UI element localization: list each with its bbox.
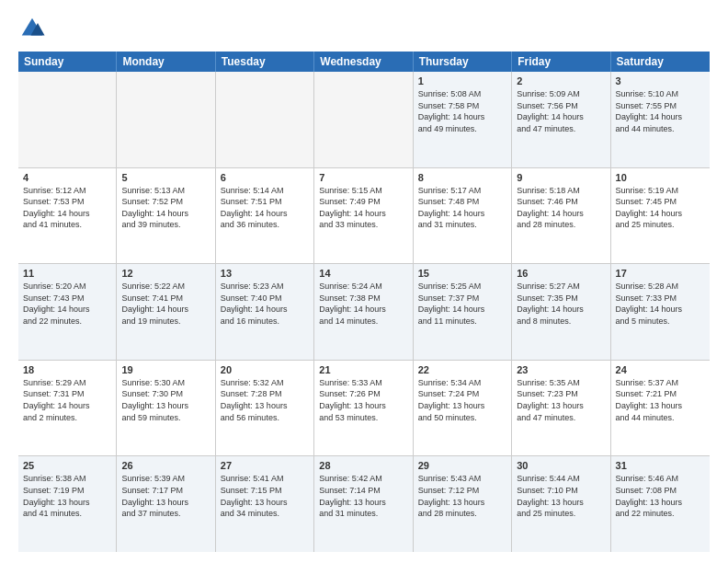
cal-cell xyxy=(117,72,215,167)
cell-info: Daylight: 13 hours xyxy=(418,400,506,412)
cell-info: Sunrise: 5:34 AM xyxy=(418,377,506,389)
day-number: 26 xyxy=(121,460,210,471)
day-number: 7 xyxy=(319,172,407,183)
page: SundayMondayTuesdayWednesdayThursdayFrid… xyxy=(0,0,728,563)
cell-info: and 28 minutes. xyxy=(517,219,605,231)
cell-info: Daylight: 13 hours xyxy=(121,400,210,412)
day-number: 30 xyxy=(517,460,605,471)
cell-info: Daylight: 14 hours xyxy=(23,400,111,412)
header-day-tuesday: Tuesday xyxy=(216,52,314,72)
day-number: 29 xyxy=(418,460,506,471)
cell-info: Daylight: 13 hours xyxy=(517,497,605,509)
day-number: 25 xyxy=(23,460,111,471)
cell-info: Daylight: 14 hours xyxy=(616,111,705,123)
cell-info: and 28 minutes. xyxy=(418,508,506,520)
day-number: 22 xyxy=(418,364,506,375)
day-number: 13 xyxy=(221,268,309,279)
cell-info: Daylight: 13 hours xyxy=(221,497,309,509)
cell-info: and 2 minutes. xyxy=(23,412,111,424)
cell-info: Daylight: 14 hours xyxy=(418,208,506,220)
week-row-4: 18Sunrise: 5:29 AMSunset: 7:31 PMDayligh… xyxy=(18,361,710,457)
header-day-sunday: Sunday xyxy=(18,52,117,72)
cell-info: Daylight: 14 hours xyxy=(418,111,506,123)
cal-cell: 23Sunrise: 5:35 AMSunset: 7:23 PMDayligh… xyxy=(512,361,610,456)
cell-info: and 34 minutes. xyxy=(221,508,309,520)
day-number: 18 xyxy=(23,364,111,375)
cal-cell: 9Sunrise: 5:18 AMSunset: 7:46 PMDaylight… xyxy=(512,168,610,264)
week-row-2: 4Sunrise: 5:12 AMSunset: 7:53 PMDaylight… xyxy=(18,168,710,265)
cell-info: Sunrise: 5:12 AM xyxy=(23,185,111,197)
cal-cell: 27Sunrise: 5:41 AMSunset: 7:15 PMDayligh… xyxy=(216,456,314,552)
cell-info: and 14 minutes. xyxy=(319,316,407,327)
cell-info: and 8 minutes. xyxy=(517,316,605,327)
cell-info: and 47 minutes. xyxy=(517,123,605,135)
cell-info: Sunrise: 5:27 AM xyxy=(517,281,605,293)
cell-info: Sunrise: 5:23 AM xyxy=(221,281,309,293)
cell-info: Sunset: 7:23 PM xyxy=(517,388,605,400)
cell-info: Sunrise: 5:41 AM xyxy=(221,473,309,485)
week-row-1: 1Sunrise: 5:08 AMSunset: 7:58 PMDaylight… xyxy=(18,72,710,168)
cell-info: Sunset: 7:45 PM xyxy=(616,196,705,208)
cell-info: Sunrise: 5:10 AM xyxy=(616,88,705,100)
cell-info: Sunset: 7:21 PM xyxy=(616,388,705,400)
cell-info: and 41 minutes. xyxy=(23,508,111,520)
cell-info: and 37 minutes. xyxy=(121,508,210,520)
cell-info: Daylight: 13 hours xyxy=(517,400,605,412)
week-row-3: 11Sunrise: 5:20 AMSunset: 7:43 PMDayligh… xyxy=(18,264,710,361)
cal-cell: 2Sunrise: 5:09 AMSunset: 7:56 PMDaylight… xyxy=(512,72,610,167)
cal-cell: 8Sunrise: 5:17 AMSunset: 7:48 PMDaylight… xyxy=(414,168,512,264)
cell-info: Sunset: 7:31 PM xyxy=(23,388,111,400)
cell-info: Sunset: 7:33 PM xyxy=(616,293,705,304)
cell-info: Daylight: 14 hours xyxy=(616,208,705,220)
cell-info: Sunrise: 5:18 AM xyxy=(517,185,605,197)
cell-info: Daylight: 13 hours xyxy=(418,497,506,509)
cal-cell xyxy=(216,72,314,167)
cal-cell: 28Sunrise: 5:42 AMSunset: 7:14 PMDayligh… xyxy=(314,456,413,552)
cell-info: Sunset: 7:08 PM xyxy=(616,485,705,497)
cal-cell: 19Sunrise: 5:30 AMSunset: 7:30 PMDayligh… xyxy=(117,361,215,456)
cell-info: and 22 minutes. xyxy=(23,316,111,327)
cal-cell: 12Sunrise: 5:22 AMSunset: 7:41 PMDayligh… xyxy=(117,264,215,360)
cell-info: and 25 minutes. xyxy=(517,508,605,520)
cell-info: Sunset: 7:19 PM xyxy=(23,485,111,497)
cell-info: Sunset: 7:52 PM xyxy=(121,196,210,208)
cell-info: Sunset: 7:37 PM xyxy=(418,293,506,304)
cell-info: and 5 minutes. xyxy=(616,316,705,327)
cell-info: Sunset: 7:10 PM xyxy=(517,485,605,497)
cell-info: and 39 minutes. xyxy=(121,219,210,231)
day-number: 11 xyxy=(23,268,111,279)
cell-info: Sunset: 7:46 PM xyxy=(517,196,605,208)
cell-info: and 19 minutes. xyxy=(121,316,210,327)
day-number: 23 xyxy=(517,364,605,375)
cell-info: Daylight: 14 hours xyxy=(221,208,309,220)
cal-cell: 24Sunrise: 5:37 AMSunset: 7:21 PMDayligh… xyxy=(611,361,710,456)
cell-info: and 36 minutes. xyxy=(221,219,309,231)
cell-info: Daylight: 14 hours xyxy=(517,304,605,316)
cal-cell: 1Sunrise: 5:08 AMSunset: 7:58 PMDaylight… xyxy=(414,72,512,167)
cell-info: Sunrise: 5:33 AM xyxy=(319,377,407,389)
cal-cell: 31Sunrise: 5:46 AMSunset: 7:08 PMDayligh… xyxy=(611,456,710,552)
cell-info: Sunrise: 5:28 AM xyxy=(616,281,705,293)
header-day-friday: Friday xyxy=(512,52,610,72)
cell-info: and 16 minutes. xyxy=(221,316,309,327)
cell-info: Daylight: 13 hours xyxy=(221,400,309,412)
cell-info: Sunrise: 5:08 AM xyxy=(418,88,506,100)
day-number: 21 xyxy=(319,364,407,375)
header-day-thursday: Thursday xyxy=(414,52,512,72)
cal-cell: 16Sunrise: 5:27 AMSunset: 7:35 PMDayligh… xyxy=(512,264,610,360)
header-day-monday: Monday xyxy=(117,52,215,72)
cal-cell: 29Sunrise: 5:43 AMSunset: 7:12 PMDayligh… xyxy=(414,456,512,552)
cell-info: Sunset: 7:51 PM xyxy=(221,196,309,208)
cal-cell: 14Sunrise: 5:24 AMSunset: 7:38 PMDayligh… xyxy=(314,264,413,360)
day-number: 4 xyxy=(23,172,111,183)
cell-info: Sunrise: 5:46 AM xyxy=(616,473,705,485)
cell-info: and 44 minutes. xyxy=(616,123,705,135)
cal-cell: 11Sunrise: 5:20 AMSunset: 7:43 PMDayligh… xyxy=(18,264,117,360)
cell-info: Daylight: 14 hours xyxy=(319,208,407,220)
cal-cell xyxy=(18,72,117,167)
cell-info: Daylight: 14 hours xyxy=(517,208,605,220)
cal-cell: 3Sunrise: 5:10 AMSunset: 7:55 PMDaylight… xyxy=(611,72,710,167)
cell-info: and 33 minutes. xyxy=(319,219,407,231)
cell-info: Sunrise: 5:43 AM xyxy=(418,473,506,485)
calendar-body: 1Sunrise: 5:08 AMSunset: 7:58 PMDaylight… xyxy=(18,72,710,552)
